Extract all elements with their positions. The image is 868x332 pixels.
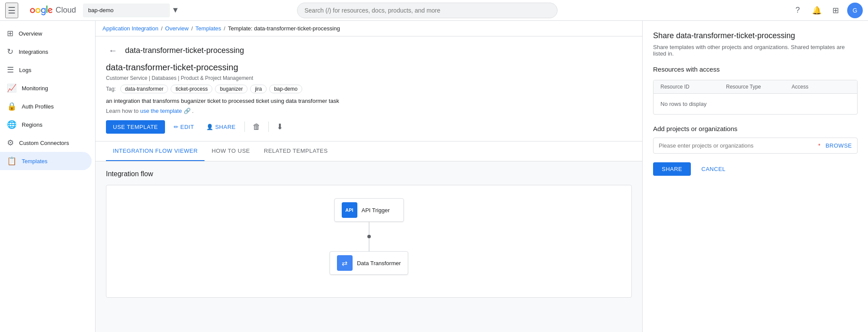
breadcrumb-overview[interactable]: Overview xyxy=(165,25,188,32)
search-area xyxy=(297,3,558,18)
resources-with-access-title: Resources with access xyxy=(653,66,858,73)
button-separator-1 xyxy=(244,122,245,132)
edit-button[interactable]: ✏ EDIT xyxy=(170,120,198,134)
sidebar-item-auth-profiles[interactable]: 🔒 Auth Profiles xyxy=(0,97,92,115)
breadcrumb-templates[interactable]: Templates xyxy=(195,25,221,32)
share-panel: Share data-transformer-ticket-processing… xyxy=(642,21,868,332)
flow-nodes: API API Trigger ⇄ Data Transformer xyxy=(106,185,631,288)
sidebar: ⊞ Overview ↻ Integrations ☰ Logs 📈 Monit… xyxy=(0,21,96,332)
data-transformer-label: Data Transformer xyxy=(357,260,401,266)
main-layout: ⊞ Overview ↻ Integrations ☰ Logs 📈 Monit… xyxy=(0,21,868,332)
download-button[interactable]: ⬇ xyxy=(274,119,286,134)
tag-jira: jira xyxy=(250,85,267,93)
sidebar-item-overview-label: Overview xyxy=(19,30,42,37)
learn-suffix: 🔗 . xyxy=(184,108,194,114)
project-dropdown-icon[interactable]: ▼ xyxy=(172,6,179,15)
tag-ticket-process: ticket-process xyxy=(171,85,212,93)
col-resource-type: Resource Type xyxy=(726,84,785,90)
cloud-text: Cloud xyxy=(56,6,76,15)
notifications-icon[interactable]: 🔔 xyxy=(809,3,825,18)
help-icon[interactable]: ? xyxy=(790,3,805,18)
tab-related-templates[interactable]: RELATED TEMPLATES xyxy=(257,141,335,161)
add-projects-title: Add projects or organizations xyxy=(653,125,858,132)
resources-table-empty: No rows to display xyxy=(653,94,857,114)
col-resource-id: Resource ID xyxy=(660,84,719,90)
flow-dot-1 xyxy=(367,235,371,238)
edit-label: EDIT xyxy=(180,124,194,130)
topbar-right-icons: ? 🔔 ⊞ G xyxy=(790,3,863,18)
tab-integration-flow-viewer-label: INTEGRATION FLOW VIEWER xyxy=(113,148,198,154)
sidebar-item-integrations-label: Integrations xyxy=(19,49,48,55)
api-trigger-badge: API xyxy=(342,202,357,218)
integration-flow-title: Integration flow xyxy=(106,170,632,178)
integrations-icon: ↻ xyxy=(7,47,13,56)
learn-link-area: Learn how to use the template 🔗 . xyxy=(106,108,632,114)
delete-button[interactable]: 🗑 xyxy=(250,120,263,134)
learn-link[interactable]: use the template xyxy=(140,108,182,114)
sidebar-item-overview[interactable]: ⊞ Overview xyxy=(0,24,92,43)
sidebar-item-regions[interactable]: 🌐 Regions xyxy=(0,115,92,134)
flow-connector-1 xyxy=(369,222,370,235)
button-separator-2 xyxy=(268,122,269,132)
use-template-button[interactable]: USE TEMPLATE xyxy=(106,120,165,134)
account-icon[interactable]: G xyxy=(847,3,863,18)
sidebar-item-monitoring[interactable]: 📈 Monitoring xyxy=(0,79,92,97)
learn-text: Learn how to xyxy=(106,108,140,114)
cancel-button[interactable]: CANCEL xyxy=(696,162,731,176)
tab-integration-flow-viewer[interactable]: INTEGRATION FLOW VIEWER xyxy=(106,141,205,161)
breadcrumb-sep-1: / xyxy=(161,25,163,32)
template-title: data-transformer-ticket-processing xyxy=(106,62,632,72)
share-panel-title: Share data-transformer-ticket-processing xyxy=(653,31,858,40)
breadcrumb-sep-3: / xyxy=(224,25,225,32)
tag-bap-demo: bap-demo xyxy=(269,85,302,93)
apps-icon[interactable]: ⊞ xyxy=(828,3,844,18)
share-submit-button[interactable]: SHARE xyxy=(653,162,691,176)
flow-canvas: API API Trigger ⇄ Data Transformer xyxy=(106,185,632,298)
add-projects-input[interactable] xyxy=(653,138,817,153)
action-buttons: USE TEMPLATE ✏ EDIT 👤 SHARE 🗑 ⬇ xyxy=(106,119,632,134)
resources-table-header: Resource ID Resource Type Access xyxy=(653,80,857,94)
edit-icon: ✏ xyxy=(174,124,179,130)
flow-node-data-transformer[interactable]: ⇄ Data Transformer xyxy=(330,251,408,275)
browse-button[interactable]: BROWSE xyxy=(820,138,857,153)
content-main: Application Integration / Overview / Tem… xyxy=(96,21,642,332)
monitoring-icon: 📈 xyxy=(7,83,17,93)
logo: Cloud xyxy=(22,5,76,16)
share-button[interactable]: 👤 SHARE xyxy=(203,120,239,134)
integration-flow-area: Integration flow API API Trigger ⇄ xyxy=(96,161,642,332)
sidebar-item-integrations[interactable]: ↻ Integrations xyxy=(0,43,92,61)
search-input[interactable] xyxy=(297,3,558,18)
sidebar-item-monitoring-label: Monitoring xyxy=(22,85,48,92)
sidebar-item-logs[interactable]: ☰ Logs xyxy=(0,61,92,79)
api-trigger-label: API Trigger xyxy=(362,207,390,214)
project-selector-input[interactable] xyxy=(83,3,170,17)
share-label: SHARE xyxy=(215,124,235,130)
menu-icon[interactable]: ☰ xyxy=(5,3,18,18)
content-header-top: ← data-transformer-ticket-processing xyxy=(106,43,632,57)
breadcrumb-app-integration[interactable]: Application Integration xyxy=(102,25,158,32)
col-access: Access xyxy=(792,84,850,90)
sidebar-item-custom-connectors-label: Custom Connectors xyxy=(19,140,69,146)
overview-icon: ⊞ xyxy=(7,29,13,38)
breadcrumb-sep-2: / xyxy=(191,25,193,32)
custom-connectors-icon: ⚙ xyxy=(7,138,14,148)
share-icon: 👤 xyxy=(206,124,214,130)
tab-related-templates-label: RELATED TEMPLATES xyxy=(264,148,328,154)
tag-label: Tag: xyxy=(106,86,116,92)
resources-table: Resource ID Resource Type Access No rows… xyxy=(653,80,858,115)
back-button[interactable]: ← xyxy=(106,43,120,57)
template-description: an integration that transforms buganizer… xyxy=(106,98,632,104)
tag-data-transformer: data-transformer xyxy=(120,85,168,93)
tab-how-to-use-label: HOW TO USE xyxy=(211,148,250,154)
flow-node-api-trigger[interactable]: API API Trigger xyxy=(334,198,404,222)
add-projects-input-area: * BROWSE xyxy=(653,138,858,154)
sidebar-item-templates[interactable]: 📋 Templates xyxy=(0,152,92,170)
sidebar-item-logs-label: Logs xyxy=(19,67,31,73)
sidebar-item-custom-connectors[interactable]: ⚙ Custom Connectors xyxy=(0,134,92,152)
sidebar-item-templates-label: Templates xyxy=(22,158,47,164)
content-header: ← data-transformer-ticket-processing dat… xyxy=(96,36,642,141)
tab-how-to-use[interactable]: HOW TO USE xyxy=(205,141,257,161)
breadcrumb-content: ← data-transformer-ticket-processing dat… xyxy=(96,36,642,332)
auth-profiles-icon: 🔒 xyxy=(7,102,17,111)
breadcrumb: Application Integration / Overview / Tem… xyxy=(96,21,642,36)
